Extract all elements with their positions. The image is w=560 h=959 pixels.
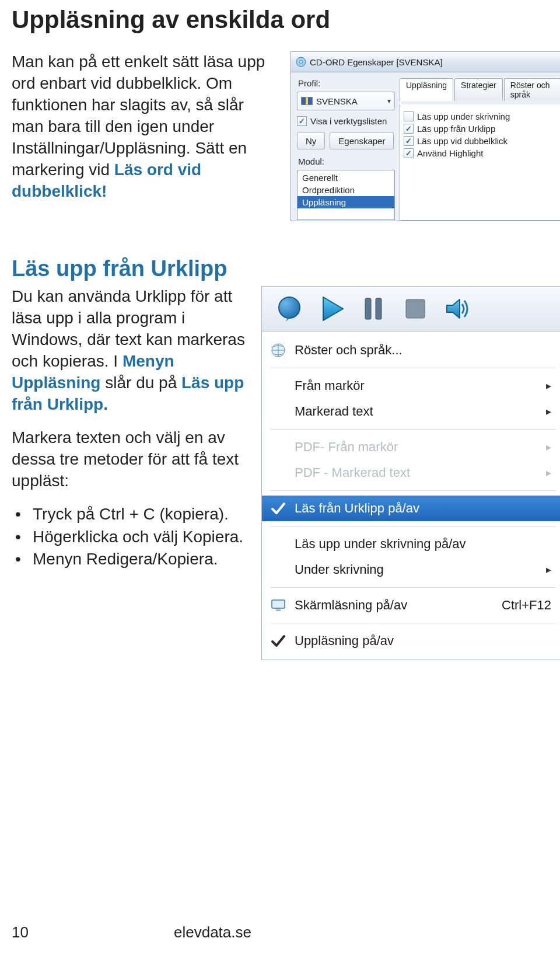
menu-item-skarmlasning[interactable]: Skärmläsning på/av Ctrl+F12: [262, 592, 560, 618]
bullet-list: Tryck på Ctrl + C (kopiera). Högerklicka…: [12, 504, 251, 571]
svg-marker-3: [323, 297, 343, 320]
menu-item-markerad-text[interactable]: Markerad text ▸: [262, 399, 560, 424]
menu-separator: [270, 587, 556, 588]
menu-separator: [270, 526, 556, 526]
page-footer: 10 elevdata.se: [12, 923, 548, 941]
paragraph-2: Du kan använda Urklipp för att läsa upp …: [12, 286, 251, 416]
submenu-arrow-icon: ▸: [546, 441, 551, 454]
menu-label: Läs från Urklipp på/av: [295, 501, 551, 516]
checkbox-visa-verktygslisten[interactable]: ✓ Visa i verktygslisten: [297, 116, 395, 126]
toolbar: [262, 287, 560, 332]
menu-label: PDF- Från markör: [295, 440, 538, 455]
menu-item-upplasning[interactable]: Uppläsning på/av: [262, 628, 560, 654]
svg-rect-9: [276, 609, 281, 611]
profile-combo[interactable]: SVENSKA ▾: [297, 92, 395, 110]
globe-icon: [270, 342, 286, 358]
modul-label: Modul:: [297, 156, 395, 166]
svg-point-1: [300, 61, 303, 64]
menu-label: Markerad text: [295, 404, 538, 419]
tab-strategier[interactable]: Strategier: [454, 78, 503, 101]
monitor-icon: [270, 597, 286, 613]
submenu-arrow-icon: ▸: [546, 466, 551, 479]
checkbox-label: Visa i verktygslisten: [310, 116, 387, 126]
menu-label: Läs upp under skrivning på/av: [295, 536, 551, 552]
checkbox-las-skrivning[interactable]: Läs upp under skrivning: [404, 111, 556, 121]
section-heading-2: Läs upp från Urklipp: [12, 256, 548, 281]
profile-label: Profil:: [297, 78, 395, 88]
checkbox-highlight[interactable]: ✓ Använd Highlight: [404, 148, 556, 158]
svg-rect-8: [272, 600, 285, 608]
menu-label: Uppläsning på/av: [295, 633, 551, 648]
speaker-icon[interactable]: [440, 292, 474, 326]
menu-list: Röster och språk... Från markör ▸ Marker…: [262, 332, 560, 660]
check-icon: [270, 633, 286, 649]
chevron-down-icon: ▾: [387, 97, 391, 105]
menu-item-fran-markor[interactable]: Från markör ▸: [262, 373, 560, 399]
svg-point-2: [279, 297, 300, 318]
menu-separator: [270, 368, 556, 368]
paragraph-1: Man kan på ett enkelt sätt läsa upp ord …: [12, 51, 280, 203]
button-egenskaper[interactable]: Egenskaper: [330, 132, 394, 149]
svg-rect-5: [376, 298, 382, 319]
menu-label: Röster och språk...: [295, 343, 551, 358]
modul-list[interactable]: Generellt Ordprediktion Uppläsning: [297, 170, 395, 220]
dialog-egenskaper: CD-ORD Egenskaper [SVENSKA] Profil: SVEN…: [290, 51, 560, 221]
checkbox-label: Använd Highlight: [417, 148, 483, 158]
dialog-title: CD-ORD Egenskaper [SVENSKA]: [310, 57, 443, 67]
play-icon[interactable]: [314, 292, 348, 326]
modul-item-generellt[interactable]: Generellt: [298, 172, 394, 184]
p1-text: Man kan på ett enkelt sätt läsa upp ord …: [12, 53, 265, 179]
checkbox-label: Läs upp från Urklipp: [417, 124, 495, 134]
page-number: 10: [12, 923, 29, 941]
flag-sv-icon: [301, 97, 313, 105]
menu-item-pdf-markerad-text: PDF - Markerad text ▸: [262, 460, 560, 486]
submenu-arrow-icon: ▸: [546, 379, 551, 392]
dialog-titlebar: CD-ORD Egenskaper [SVENSKA]: [291, 52, 560, 72]
submenu-arrow-icon: ▸: [546, 563, 551, 576]
checkbox-label: Läs upp vid dubbelklick: [417, 136, 508, 146]
tabs: Uppläsning Strategier Röster och språk: [400, 78, 560, 101]
menu-label: Skärmläsning på/av: [295, 598, 494, 613]
menu-label: Från markör: [295, 378, 538, 393]
check-icon: [270, 500, 286, 517]
tab-body: Läs upp under skrivning ✓ Läs upp från U…: [400, 104, 560, 221]
menu-label: Under skrivning: [295, 562, 538, 577]
bullet-3: Menyn Redigera/Kopiera.: [12, 549, 251, 570]
row-2: Du kan använda Urklipp för att läsa upp …: [12, 286, 548, 660]
bullet-2: Högerklicka och välj Kopiera.: [12, 526, 251, 548]
menu-item-under-skrivning[interactable]: Under skrivning ▸: [262, 557, 560, 583]
p2-b: slår du på: [105, 374, 181, 392]
upplasning-menu-screenshot: Röster och språk... Från markör ▸ Marker…: [261, 286, 560, 660]
stop-icon[interactable]: [398, 292, 432, 326]
section-heading-1: Uppläsning av enskilda ord: [12, 6, 548, 34]
checkbox-icon: ✓: [404, 124, 414, 134]
tab-upplasning[interactable]: Uppläsning: [400, 78, 453, 101]
menu-separator: [270, 429, 556, 430]
svg-rect-6: [406, 299, 425, 318]
modul-item-ordprediktion[interactable]: Ordprediktion: [298, 184, 394, 196]
row-1: Man kan på ett enkelt sätt läsa upp ord …: [12, 51, 548, 221]
pause-icon[interactable]: [356, 292, 390, 326]
svg-rect-4: [365, 298, 371, 319]
tab-roster[interactable]: Röster och språk: [504, 78, 560, 101]
menu-separator: [270, 623, 556, 623]
checkbox-icon: [404, 111, 414, 121]
menu-item-roster[interactable]: Röster och språk...: [262, 337, 560, 363]
menu-item-las-skrivning[interactable]: Läs upp under skrivning på/av: [262, 531, 560, 557]
submenu-arrow-icon: ▸: [546, 405, 551, 418]
checkbox-icon: ✓: [297, 116, 307, 126]
checkbox-label: Läs upp under skrivning: [417, 111, 510, 121]
menu-item-pdf-fran-markor: PDF- Från markör ▸: [262, 434, 560, 460]
modul-item-upplasning[interactable]: Uppläsning: [298, 196, 394, 208]
menu-separator: [270, 490, 556, 491]
footer-site: elevdata.se: [174, 923, 251, 941]
menu-item-las-urklipp[interactable]: Läs från Urklipp på/av: [262, 496, 560, 521]
checkbox-icon: ✓: [404, 148, 414, 158]
checkbox-las-urklipp[interactable]: ✓ Läs upp från Urklipp: [404, 124, 556, 134]
checkbox-las-dubbelklick[interactable]: ✓ Läs upp vid dubbelklick: [404, 136, 556, 146]
button-ny[interactable]: Ny: [297, 132, 325, 149]
speech-bubble-icon[interactable]: [272, 292, 306, 326]
profile-value: SVENSKA: [316, 96, 358, 106]
menu-label: PDF - Markerad text: [295, 465, 538, 480]
paragraph-3: Markera texten och välj en av dessa tre …: [12, 427, 251, 492]
